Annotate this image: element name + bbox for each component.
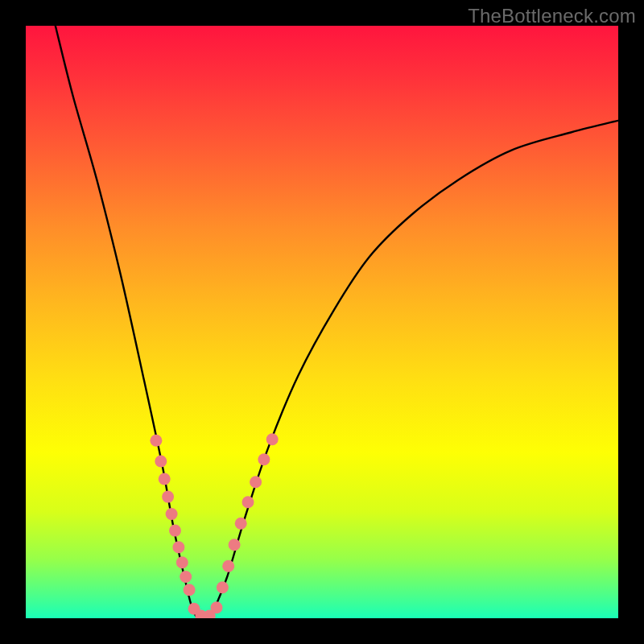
data-marker	[155, 456, 167, 468]
data-marker	[159, 473, 171, 485]
data-marker	[211, 601, 223, 613]
data-marker	[217, 581, 229, 593]
data-marker	[162, 491, 174, 503]
data-marker	[180, 571, 192, 583]
data-marker	[266, 433, 279, 445]
marker-group	[150, 433, 278, 618]
data-marker	[176, 556, 188, 568]
data-marker	[250, 476, 262, 488]
data-marker	[166, 508, 178, 520]
bottleneck-curve	[56, 26, 618, 618]
data-marker	[172, 541, 184, 553]
watermark-text: TheBottleneck.com	[468, 5, 636, 27]
data-marker	[222, 560, 234, 572]
chart-svg	[26, 26, 618, 618]
data-marker	[242, 496, 254, 508]
plot-area	[26, 26, 618, 618]
data-marker	[258, 453, 270, 465]
data-marker	[150, 435, 162, 447]
data-marker	[235, 518, 247, 530]
data-marker	[229, 539, 241, 551]
chart-frame: TheBottleneck.com	[0, 0, 644, 644]
data-marker	[184, 584, 196, 596]
data-marker	[169, 525, 181, 537]
